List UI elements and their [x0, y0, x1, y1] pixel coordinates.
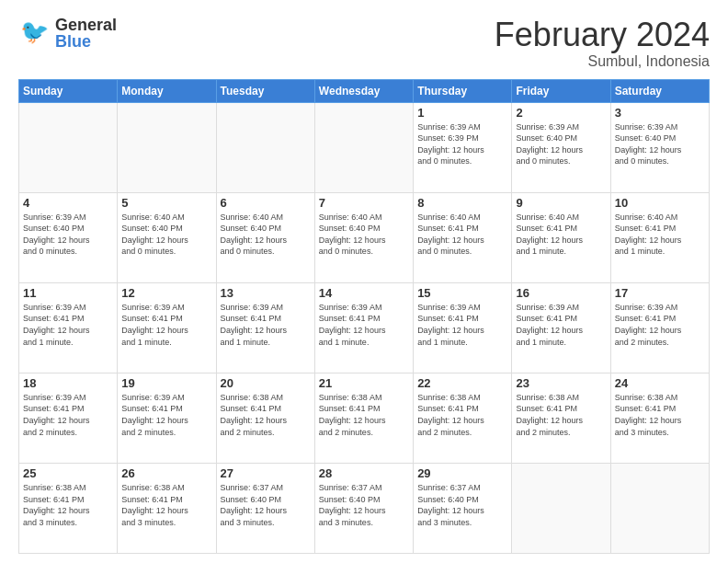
col-monday: Monday [118, 79, 216, 102]
col-thursday: Thursday [414, 79, 512, 102]
logo-general-text: General [55, 17, 117, 33]
logo: 🐦 General Blue [18, 17, 117, 50]
day-info: Sunrise: 6:37 AM Sunset: 6:40 PM Dayligh… [221, 482, 311, 528]
day-number: 27 [221, 466, 311, 480]
calendar-cell: 25Sunrise: 6:38 AM Sunset: 6:41 PM Dayli… [19, 463, 118, 553]
calendar-cell: 28Sunrise: 6:37 AM Sunset: 6:40 PM Dayli… [314, 463, 413, 553]
calendar-cell: 22Sunrise: 6:38 AM Sunset: 6:41 PM Dayli… [414, 373, 512, 463]
svg-text:🐦: 🐦 [20, 17, 50, 46]
day-info: Sunrise: 6:40 AM Sunset: 6:40 PM Dayligh… [121, 212, 211, 258]
day-info: Sunrise: 6:38 AM Sunset: 6:41 PM Dayligh… [516, 392, 606, 438]
calendar-cell [610, 463, 709, 553]
day-info: Sunrise: 6:39 AM Sunset: 6:41 PM Dayligh… [417, 302, 507, 348]
day-info: Sunrise: 6:38 AM Sunset: 6:41 PM Dayligh… [23, 482, 113, 528]
day-number: 9 [516, 196, 606, 210]
day-info: Sunrise: 6:39 AM Sunset: 6:41 PM Dayligh… [319, 302, 409, 348]
calendar-cell: 12Sunrise: 6:39 AM Sunset: 6:41 PM Dayli… [118, 282, 216, 373]
calendar-cell: 29Sunrise: 6:37 AM Sunset: 6:40 PM Dayli… [414, 463, 512, 553]
header-row: Sunday Monday Tuesday Wednesday Thursday… [19, 79, 710, 102]
day-info: Sunrise: 6:38 AM Sunset: 6:41 PM Dayligh… [221, 392, 311, 438]
day-info: Sunrise: 6:39 AM Sunset: 6:41 PM Dayligh… [23, 302, 113, 348]
day-info: Sunrise: 6:38 AM Sunset: 6:41 PM Dayligh… [615, 392, 705, 438]
calendar-cell: 4Sunrise: 6:39 AM Sunset: 6:40 PM Daylig… [19, 192, 118, 282]
calendar-cell: 16Sunrise: 6:39 AM Sunset: 6:41 PM Dayli… [512, 282, 610, 373]
calendar-cell: 9Sunrise: 6:40 AM Sunset: 6:41 PM Daylig… [512, 192, 610, 282]
day-number: 1 [417, 106, 507, 120]
calendar-cell: 14Sunrise: 6:39 AM Sunset: 6:41 PM Dayli… [314, 282, 413, 373]
day-number: 21 [319, 376, 409, 390]
calendar-body: 1Sunrise: 6:39 AM Sunset: 6:39 PM Daylig… [19, 102, 710, 553]
day-info: Sunrise: 6:39 AM Sunset: 6:41 PM Dayligh… [23, 392, 113, 438]
calendar-cell [216, 102, 314, 192]
day-info: Sunrise: 6:40 AM Sunset: 6:41 PM Dayligh… [615, 212, 705, 258]
day-info: Sunrise: 6:39 AM Sunset: 6:41 PM Dayligh… [221, 302, 311, 348]
page: 🐦 General Blue February 2024 Sumbul, Ind… [0, 0, 728, 563]
header: 🐦 General Blue February 2024 Sumbul, Ind… [18, 17, 710, 70]
calendar-week-1: 1Sunrise: 6:39 AM Sunset: 6:39 PM Daylig… [19, 102, 710, 192]
day-number: 20 [221, 376, 311, 390]
day-info: Sunrise: 6:37 AM Sunset: 6:40 PM Dayligh… [319, 482, 409, 528]
calendar-cell: 27Sunrise: 6:37 AM Sunset: 6:40 PM Dayli… [216, 463, 314, 553]
calendar-cell: 8Sunrise: 6:40 AM Sunset: 6:41 PM Daylig… [414, 192, 512, 282]
calendar-cell [118, 102, 216, 192]
calendar-week-5: 25Sunrise: 6:38 AM Sunset: 6:41 PM Dayli… [19, 463, 710, 553]
calendar-cell: 7Sunrise: 6:40 AM Sunset: 6:40 PM Daylig… [314, 192, 413, 282]
calendar-cell: 11Sunrise: 6:39 AM Sunset: 6:41 PM Dayli… [19, 282, 118, 373]
day-number: 5 [121, 196, 211, 210]
day-number: 6 [221, 196, 311, 210]
day-number: 11 [23, 286, 113, 300]
day-number: 10 [615, 196, 705, 210]
day-info: Sunrise: 6:39 AM Sunset: 6:41 PM Dayligh… [615, 302, 705, 348]
col-tuesday: Tuesday [216, 79, 314, 102]
day-info: Sunrise: 6:40 AM Sunset: 6:40 PM Dayligh… [319, 212, 409, 258]
calendar-cell [512, 463, 610, 553]
day-number: 13 [221, 286, 311, 300]
day-number: 17 [615, 286, 705, 300]
calendar-cell: 18Sunrise: 6:39 AM Sunset: 6:41 PM Dayli… [19, 373, 118, 463]
day-number: 16 [516, 286, 606, 300]
col-wednesday: Wednesday [314, 79, 413, 102]
day-info: Sunrise: 6:40 AM Sunset: 6:41 PM Dayligh… [417, 212, 507, 258]
day-info: Sunrise: 6:39 AM Sunset: 6:40 PM Dayligh… [615, 121, 705, 167]
calendar-cell: 20Sunrise: 6:38 AM Sunset: 6:41 PM Dayli… [216, 373, 314, 463]
col-friday: Friday [512, 79, 610, 102]
title-area: February 2024 Sumbul, Indonesia [495, 17, 710, 70]
calendar-week-2: 4Sunrise: 6:39 AM Sunset: 6:40 PM Daylig… [19, 192, 710, 282]
day-info: Sunrise: 6:39 AM Sunset: 6:39 PM Dayligh… [417, 121, 507, 167]
calendar-cell: 5Sunrise: 6:40 AM Sunset: 6:40 PM Daylig… [118, 192, 216, 282]
calendar-cell: 23Sunrise: 6:38 AM Sunset: 6:41 PM Dayli… [512, 373, 610, 463]
calendar-cell: 1Sunrise: 6:39 AM Sunset: 6:39 PM Daylig… [414, 102, 512, 192]
day-number: 25 [23, 466, 113, 480]
day-info: Sunrise: 6:40 AM Sunset: 6:40 PM Dayligh… [221, 212, 311, 258]
calendar-table: Sunday Monday Tuesday Wednesday Thursday… [18, 79, 710, 554]
day-number: 22 [417, 376, 507, 390]
logo-icon: 🐦 [18, 17, 51, 50]
calendar-cell: 19Sunrise: 6:39 AM Sunset: 6:41 PM Dayli… [118, 373, 216, 463]
day-number: 26 [121, 466, 211, 480]
day-info: Sunrise: 6:38 AM Sunset: 6:41 PM Dayligh… [417, 392, 507, 438]
day-info: Sunrise: 6:37 AM Sunset: 6:40 PM Dayligh… [417, 482, 507, 528]
day-number: 8 [417, 196, 507, 210]
col-saturday: Saturday [610, 79, 709, 102]
day-number: 23 [516, 376, 606, 390]
day-number: 12 [121, 286, 211, 300]
calendar-cell [19, 102, 118, 192]
location: Sumbul, Indonesia [495, 53, 710, 70]
calendar-cell: 10Sunrise: 6:40 AM Sunset: 6:41 PM Dayli… [610, 192, 709, 282]
calendar-header: Sunday Monday Tuesday Wednesday Thursday… [19, 79, 710, 102]
calendar-cell: 2Sunrise: 6:39 AM Sunset: 6:40 PM Daylig… [512, 102, 610, 192]
day-info: Sunrise: 6:39 AM Sunset: 6:40 PM Dayligh… [516, 121, 606, 167]
calendar-week-3: 11Sunrise: 6:39 AM Sunset: 6:41 PM Dayli… [19, 282, 710, 373]
col-sunday: Sunday [19, 79, 118, 102]
day-info: Sunrise: 6:39 AM Sunset: 6:41 PM Dayligh… [516, 302, 606, 348]
day-number: 4 [23, 196, 113, 210]
day-number: 2 [516, 106, 606, 120]
day-number: 7 [319, 196, 409, 210]
calendar-cell: 13Sunrise: 6:39 AM Sunset: 6:41 PM Dayli… [216, 282, 314, 373]
day-info: Sunrise: 6:40 AM Sunset: 6:41 PM Dayligh… [516, 212, 606, 258]
day-info: Sunrise: 6:39 AM Sunset: 6:41 PM Dayligh… [121, 392, 211, 438]
calendar-cell: 26Sunrise: 6:38 AM Sunset: 6:41 PM Dayli… [118, 463, 216, 553]
logo-blue-text: Blue [55, 33, 117, 50]
calendar-cell: 15Sunrise: 6:39 AM Sunset: 6:41 PM Dayli… [414, 282, 512, 373]
month-title: February 2024 [495, 17, 710, 53]
